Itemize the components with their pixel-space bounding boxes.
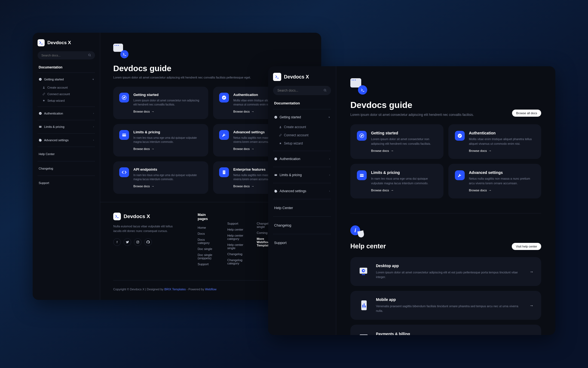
sidebar-item-advanced-settings[interactable]: Advanced settings› bbox=[273, 186, 331, 196]
browse-docs-link[interactable]: Browse docs → bbox=[469, 149, 535, 152]
sidebar-item-authentication[interactable]: Authentication› bbox=[38, 110, 95, 117]
divider bbox=[38, 176, 95, 176]
footer-link[interactable]: Help center single bbox=[227, 242, 244, 251]
footer-link[interactable]: Help center category bbox=[227, 233, 244, 242]
svg-point-1 bbox=[39, 78, 42, 81]
footer-logo[interactable]: Devdocs X bbox=[113, 213, 176, 220]
twitter-icon[interactable] bbox=[124, 238, 131, 246]
divider bbox=[273, 183, 331, 183]
footer-link[interactable]: Docs bbox=[198, 231, 214, 237]
instagram-icon[interactable] bbox=[134, 238, 142, 246]
doc-card[interactable]: Limits & pricingIn nam leo risus urna eg… bbox=[350, 164, 443, 198]
search-input[interactable] bbox=[277, 89, 319, 92]
help-card-icon bbox=[358, 331, 370, 335]
user-icon bbox=[279, 126, 282, 128]
help-cards-list: Desktop appLorem ipsum dolor sit amet co… bbox=[350, 257, 541, 335]
sidebar-link-support[interactable]: Support bbox=[38, 179, 95, 187]
sidebar-sub-create-account[interactable]: Create account bbox=[38, 84, 95, 91]
card-description: Lorem ipsum dolor sit amet consectetur n… bbox=[371, 137, 437, 146]
footer-link[interactable]: Docs category bbox=[198, 237, 214, 246]
sidebar-link-changelog[interactable]: Changelog bbox=[273, 220, 331, 231]
sidebar-sub-setup-wizard[interactable]: Setup wizard bbox=[273, 139, 331, 147]
link-icon bbox=[279, 134, 282, 137]
svg-point-0 bbox=[88, 54, 90, 56]
page-title: Devdocs guide bbox=[350, 100, 474, 110]
sidebar-link-help[interactable]: Help Center bbox=[38, 150, 95, 158]
check-circle-icon bbox=[39, 112, 42, 115]
help-card[interactable]: Mobile appVenenatis praesent sagittis bi… bbox=[350, 291, 541, 320]
footer-link[interactable]: Changelog category bbox=[227, 257, 244, 266]
search-icon bbox=[88, 53, 91, 57]
webflow-link[interactable]: Webflow bbox=[205, 288, 216, 291]
footer-link[interactable]: Support bbox=[227, 221, 244, 227]
wrench-icon bbox=[219, 130, 229, 140]
sidebar-item-limits-pricing[interactable]: Limits & pricing› bbox=[38, 123, 95, 131]
browse-docs-link[interactable]: Browse docs → bbox=[133, 185, 202, 188]
help-card-title: Payments & billing bbox=[376, 332, 523, 335]
brand-name: Devdocs X bbox=[124, 213, 150, 219]
divider bbox=[273, 234, 331, 234]
sidebar-sub-create-account[interactable]: Create account bbox=[273, 123, 331, 131]
footer-heading: Main pages bbox=[198, 213, 214, 221]
doc-card[interactable]: API endpointsIn nam leo risus urna ege u… bbox=[113, 161, 208, 194]
sidebar-item-getting-started[interactable]: Getting started▾ bbox=[273, 113, 331, 122]
help-card[interactable]: Payments & billingSagittis mauris vel qu… bbox=[350, 325, 541, 335]
footer-link[interactable]: Help center bbox=[227, 227, 244, 233]
logo[interactable]: Devdocs X bbox=[38, 39, 95, 46]
help-card-icon bbox=[358, 299, 370, 311]
browse-docs-link[interactable]: Browse docs → bbox=[469, 189, 535, 192]
doc-card[interactable]: Limits & pricingIn nam leo risus urna eg… bbox=[113, 124, 208, 156]
card-icon bbox=[357, 170, 367, 180]
check-circle-icon bbox=[274, 116, 277, 119]
doc-card[interactable]: Getting startedLorem ipsum dolor sit ame… bbox=[113, 87, 208, 119]
star-icon bbox=[42, 99, 45, 102]
footer-link[interactable]: Changelog bbox=[227, 251, 244, 257]
github-icon[interactable] bbox=[144, 238, 152, 246]
card-title: Limits & pricing bbox=[133, 130, 202, 134]
sidebar-link-support[interactable]: Support bbox=[273, 237, 331, 248]
arrow-right-icon: → bbox=[391, 189, 394, 192]
svg-rect-36 bbox=[362, 305, 363, 307]
browse-docs-link[interactable]: Browse docs → bbox=[133, 147, 202, 150]
doc-card[interactable]: Getting startedLorem ipsum dolor sit ame… bbox=[350, 124, 443, 159]
chevron-right-icon: › bbox=[93, 125, 94, 128]
sidebar-item-authentication[interactable]: Authentication› bbox=[273, 154, 331, 164]
sidebar-item-getting-started[interactable]: Getting started ▾ bbox=[38, 76, 95, 83]
visit-help-center-button[interactable]: Visit help center bbox=[512, 243, 541, 250]
sidebar-sub-setup-wizard[interactable]: Setup wizard bbox=[38, 97, 95, 104]
sidebar-link-help[interactable]: Help Center bbox=[273, 203, 331, 213]
sidebar-item-advanced-settings[interactable]: Advanced settings› bbox=[38, 136, 95, 144]
arrow-right-icon: → bbox=[251, 185, 254, 188]
brix-link[interactable]: BRIX Templates bbox=[164, 288, 186, 291]
divider bbox=[273, 199, 331, 199]
sidebar-link-changelog[interactable]: Changelog bbox=[38, 164, 95, 173]
browse-docs-link[interactable]: Browse docs → bbox=[371, 189, 437, 192]
card-description: In nam leo risus urna ege urna dui quisq… bbox=[133, 136, 202, 144]
card-icon bbox=[274, 173, 277, 177]
svg-rect-10 bbox=[122, 135, 126, 135]
browse-docs-link[interactable]: Browse docs → bbox=[133, 110, 202, 113]
divider bbox=[273, 216, 331, 217]
footer-link[interactable]: Doc single bbox=[198, 246, 214, 252]
search-box[interactable] bbox=[273, 86, 331, 95]
doc-card[interactable]: Advanced settingsNetus nulla sagittis no… bbox=[448, 164, 541, 198]
sidebar-sub-connect-account[interactable]: Connect account bbox=[38, 91, 95, 97]
footer-link[interactable]: Support bbox=[198, 261, 214, 267]
footer-col-2: . SupportHelp centerHelp center category… bbox=[227, 213, 244, 267]
star-icon bbox=[279, 142, 282, 145]
svg-point-2 bbox=[43, 87, 44, 88]
sidebar-sub-connect-account[interactable]: Connect account bbox=[273, 131, 331, 139]
search-box[interactable] bbox=[38, 51, 95, 59]
footer-link[interactable]: Doc single (snippets) bbox=[198, 252, 214, 261]
facebook-icon[interactable]: f bbox=[113, 238, 121, 246]
logo[interactable]: Devdocs X bbox=[273, 73, 331, 81]
help-card[interactable]: Desktop appLorem ipsum dolor sit amet co… bbox=[350, 257, 541, 286]
footer-link[interactable]: Home bbox=[198, 225, 214, 231]
search-input[interactable] bbox=[41, 54, 84, 57]
svg-point-23 bbox=[280, 126, 281, 127]
arrow-right-icon: → bbox=[251, 147, 254, 150]
browse-all-button[interactable]: Browse all docs bbox=[512, 110, 541, 117]
doc-card[interactable]: AuthenticationMollis vitae enim tristiqu… bbox=[448, 124, 541, 159]
sidebar-item-limits-pricing[interactable]: Limits & pricing› bbox=[273, 170, 331, 180]
browse-docs-link[interactable]: Browse docs → bbox=[371, 149, 437, 152]
